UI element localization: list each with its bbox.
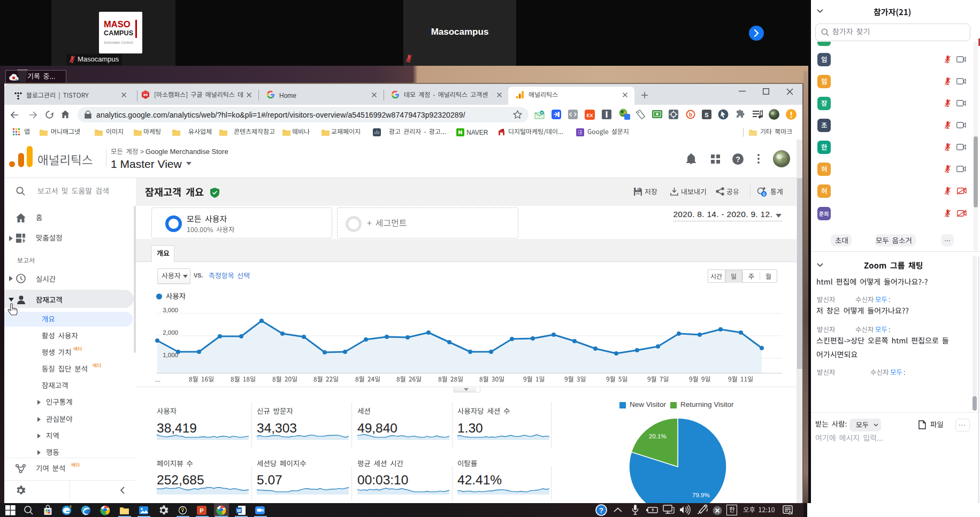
svg-text:b: b xyxy=(689,112,692,118)
svg-text:S: S xyxy=(705,112,708,118)
svg-text:9: 9 xyxy=(762,191,765,197)
svg-text:W: W xyxy=(236,508,241,513)
svg-text:P: P xyxy=(200,507,203,514)
svg-text:?: ? xyxy=(599,506,603,514)
svg-text:?: ? xyxy=(736,155,740,164)
svg-text:EX: EX xyxy=(586,113,593,118)
